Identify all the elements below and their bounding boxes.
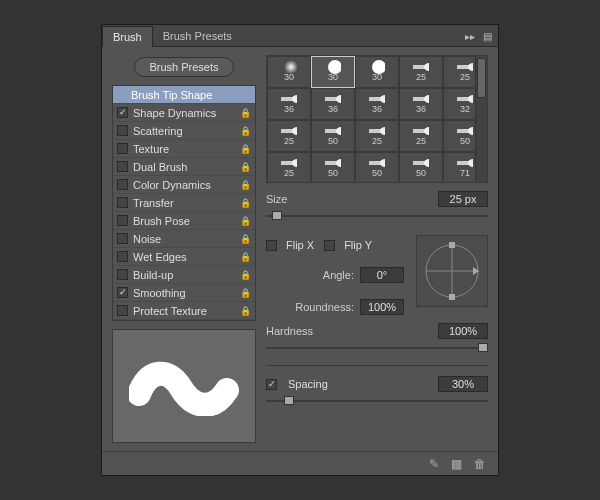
brush-tip-cell[interactable]: 30: [311, 56, 355, 88]
panel-footer: ✎ ▩ 🗑: [102, 451, 498, 475]
svg-rect-9: [325, 97, 337, 101]
roundness-label: Roundness:: [295, 301, 354, 313]
hardness-label: Hardness: [266, 325, 313, 337]
grid-scrollbar[interactable]: [475, 56, 487, 182]
svg-rect-21: [369, 129, 381, 133]
svg-point-18: [292, 127, 297, 135]
brush-tip-cell[interactable]: 50: [311, 120, 355, 152]
roundness-value[interactable]: 100%: [360, 299, 404, 315]
option-label: Brush Tip Shape: [131, 89, 212, 101]
svg-rect-29: [325, 161, 337, 165]
svg-point-6: [468, 63, 473, 71]
brush-tip-cell[interactable]: 36: [311, 88, 355, 120]
brush-panel: Brush Brush Presets ▸▸ ▤ Brush Presets B…: [101, 24, 499, 476]
svg-rect-5: [457, 65, 469, 69]
brush-tip-cell[interactable]: 25: [267, 120, 311, 152]
svg-rect-35: [457, 161, 469, 165]
brush-tip-cell[interactable]: 25: [267, 152, 311, 183]
svg-rect-23: [413, 129, 425, 133]
svg-point-20: [336, 127, 341, 135]
svg-rect-13: [413, 97, 425, 101]
panel-menu-icon[interactable]: ▤: [483, 31, 492, 42]
tab-bar: Brush Brush Presets ▸▸ ▤: [102, 25, 498, 47]
svg-rect-33: [413, 161, 425, 165]
flip-y-checkbox[interactable]: Flip Y: [324, 239, 372, 251]
svg-point-22: [380, 127, 385, 135]
brush-options-list: Brush Tip Shape ✓Shape Dynamics🔒Scatteri…: [112, 85, 256, 321]
svg-rect-7: [281, 97, 293, 101]
toggle-preview-icon[interactable]: ✎: [429, 457, 439, 471]
brush-tip-cell[interactable]: 30: [355, 56, 399, 88]
svg-point-28: [292, 159, 297, 167]
brush-tip-cell[interactable]: 50: [399, 152, 443, 183]
option-brush-tip-shape[interactable]: Brush Tip Shape: [113, 86, 255, 104]
option-scattering[interactable]: Scattering🔒: [113, 122, 255, 140]
brush-tip-grid: 3030302525363636363225502525502550505071: [266, 55, 488, 183]
hardness-slider[interactable]: [266, 341, 488, 355]
spacing-slider[interactable]: [266, 394, 488, 408]
brush-tip-cell[interactable]: 25: [399, 120, 443, 152]
svg-point-30: [336, 159, 341, 167]
spacing-value[interactable]: 30%: [438, 376, 488, 392]
new-brush-icon[interactable]: ▩: [451, 457, 462, 471]
svg-point-8: [292, 95, 297, 103]
svg-rect-11: [369, 97, 381, 101]
option-noise[interactable]: Noise🔒: [113, 230, 255, 248]
option-color-dynamics[interactable]: Color Dynamics🔒: [113, 176, 255, 194]
svg-rect-19: [325, 129, 337, 133]
option-texture[interactable]: Texture🔒: [113, 140, 255, 158]
svg-point-12: [380, 95, 385, 103]
brush-tip-cell[interactable]: 30: [267, 56, 311, 88]
svg-point-32: [380, 159, 385, 167]
angle-value[interactable]: 0°: [360, 267, 404, 283]
option-protect-texture[interactable]: Protect Texture🔒: [113, 302, 255, 320]
svg-rect-27: [281, 161, 293, 165]
left-column: Brush Presets Brush Tip Shape ✓Shape Dyn…: [102, 47, 260, 451]
tab-brush[interactable]: Brush: [102, 26, 153, 47]
option-shape-dynamics[interactable]: ✓Shape Dynamics🔒: [113, 104, 255, 122]
brush-tip-cell[interactable]: 50: [355, 152, 399, 183]
flip-x-checkbox[interactable]: Flip X: [266, 239, 314, 251]
svg-point-10: [336, 95, 341, 103]
angle-label: Angle:: [323, 269, 354, 281]
stroke-preview-shape: [129, 356, 239, 416]
svg-point-24: [424, 127, 429, 135]
hardness-value[interactable]: 100%: [438, 323, 488, 339]
svg-rect-3: [413, 65, 425, 69]
svg-point-4: [424, 63, 429, 71]
tab-brush-presets[interactable]: Brush Presets: [153, 26, 242, 46]
option-wet-edges[interactable]: Wet Edges🔒: [113, 248, 255, 266]
svg-point-14: [424, 95, 429, 103]
stroke-preview: [112, 329, 256, 443]
brush-tip-cell[interactable]: 25: [399, 56, 443, 88]
right-column: 3030302525363636363225502525502550505071…: [260, 47, 498, 451]
svg-rect-31: [369, 161, 381, 165]
option-build-up[interactable]: Build-up🔒: [113, 266, 255, 284]
svg-point-26: [468, 127, 473, 135]
svg-rect-41: [449, 294, 455, 300]
brush-tip-cell[interactable]: 25: [355, 120, 399, 152]
angle-control[interactable]: [416, 235, 488, 307]
spacing-checkbox[interactable]: ✓Spacing: [266, 378, 328, 390]
brush-presets-button[interactable]: Brush Presets: [134, 57, 233, 77]
size-value[interactable]: 25 px: [438, 191, 488, 207]
svg-rect-25: [457, 129, 469, 133]
option-dual-brush[interactable]: Dual Brush🔒: [113, 158, 255, 176]
svg-rect-40: [449, 242, 455, 248]
brush-tip-cell[interactable]: 36: [399, 88, 443, 120]
svg-point-34: [424, 159, 429, 167]
size-label: Size: [266, 193, 287, 205]
brush-tip-cell[interactable]: 50: [311, 152, 355, 183]
size-slider[interactable]: [266, 209, 488, 223]
option-smoothing[interactable]: ✓Smoothing🔒: [113, 284, 255, 302]
brush-tip-cell[interactable]: 36: [355, 88, 399, 120]
option-brush-pose[interactable]: Brush Pose🔒: [113, 212, 255, 230]
expand-icon[interactable]: ▸▸: [465, 31, 475, 42]
svg-point-36: [468, 159, 473, 167]
brush-tip-cell[interactable]: 36: [267, 88, 311, 120]
delete-icon[interactable]: 🗑: [474, 457, 486, 471]
option-transfer[interactable]: Transfer🔒: [113, 194, 255, 212]
svg-point-16: [468, 95, 473, 103]
svg-rect-17: [281, 129, 293, 133]
svg-rect-15: [457, 97, 469, 101]
